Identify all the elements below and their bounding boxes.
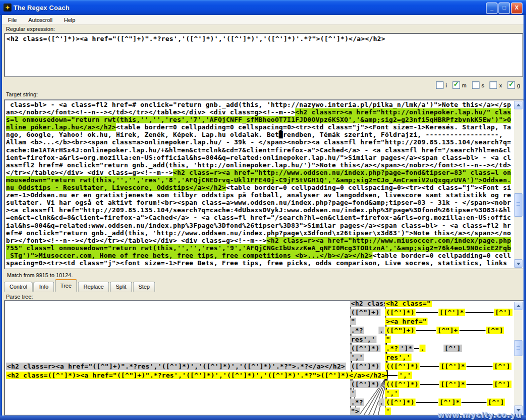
target-segment: =en&ct=clnk&cd=8&client=firefox-a">Cache…: [6, 214, 511, 221]
tree-row: (([^']*)[[^']*[^']: [385, 363, 512, 370]
tree-node-gray: [^']: [444, 345, 462, 352]
flag-label: m: [462, 82, 466, 88]
flag-i[interactable]: i: [436, 81, 446, 89]
checkbox-s[interactable]: [472, 81, 480, 89]
target-line: cache:Be1ATArHSx4J:onlinepoker.lap.hu/+&…: [6, 146, 514, 154]
regex-input[interactable]: <h2 class=([^']*)><a href="([^"]+)".*?re…: [4, 33, 523, 77]
tree-node-gray: .: [378, 327, 384, 334]
tab-replace[interactable]: Replace: [78, 282, 109, 292]
tree-node-match: ([^']*): [385, 399, 416, 406]
parse-tree-canvas: <h2 class=r><a href="([^"]+)".*?res','([…: [4, 301, 524, 415]
tree-node-match: [^']: [494, 309, 512, 316]
target-line: ze=-1>Oddsen.nu er en gratistjeneste som…: [6, 191, 514, 199]
tree-node-match: <h2 class=": [385, 300, 432, 307]
check-icon: ✓: [508, 80, 514, 88]
checkbox-m[interactable]: ✓: [452, 81, 460, 89]
tree-scrollbar[interactable]: [514, 302, 522, 414]
scrollbar-thumb[interactable]: [514, 340, 522, 356]
target-line: ngo, Google, Yahoo! ok.hu, Hírek, Zenék,…: [6, 131, 514, 138]
flag-g[interactable]: ✓g: [508, 81, 520, 89]
menu-autoscroll[interactable]: Autoscroll: [28, 16, 54, 23]
flag-s[interactable]: s: [472, 81, 484, 89]
tree-node-match: [^']: [493, 363, 512, 370]
tree-connector: [416, 312, 438, 313]
regex-label: Regular expression:: [6, 26, 55, 32]
flag-m[interactable]: ✓m: [452, 81, 466, 89]
menu-file[interactable]: File: [7, 16, 18, 23]
tree-node-match: ([^']*): [385, 309, 416, 316]
menu-bar: File Autoscroll Help: [2, 15, 524, 25]
tab-split[interactable]: Split: [110, 282, 132, 292]
regex-coach-window: ✦ The Regex Coach _ □ X File Autoscroll …: [0, 0, 526, 420]
maximize-button[interactable]: □: [498, 2, 510, 14]
tree-node-gray: ([^']*): [350, 363, 380, 370]
tree-root-plain: <h2 class=r><a href="([^"]+)".*?res','([…: [6, 363, 346, 370]
tree-connector: [460, 330, 486, 331]
scroll-up-button[interactable]: [514, 302, 522, 310]
target-input[interactable]: class=bl> - <a class=fl2 href=# onclick=…: [4, 99, 524, 269]
target-line: _STg')">Miusoccer.com, Home of free bets…: [6, 252, 514, 259]
tree-connector: [416, 330, 436, 331]
tab-info[interactable]: Info: [34, 282, 54, 292]
flag-x[interactable]: x: [490, 81, 502, 89]
tree-row: .*?']*.[^']: [385, 345, 462, 352]
tree-node-match: [^']*: [438, 399, 461, 406]
target-label: Target string:: [6, 91, 38, 97]
tab-tree[interactable]: Tree: [55, 279, 77, 292]
tree-node-match: (([^']*): [385, 381, 420, 388]
match-highlight: <h2 class=r><a href="http://www.miusocce…: [266, 237, 511, 244]
target-line: br></font><!--n--></td></tr></table></di…: [6, 237, 514, 244]
tree-row: ',': [385, 372, 412, 379]
scrollbar-thumb[interactable]: [514, 193, 522, 217]
menu-help[interactable]: Help: [63, 16, 76, 23]
checkbox-i[interactable]: [436, 81, 444, 89]
target-line: ial&hs=804&q=related:www.oddsen.nu/index…: [6, 222, 514, 229]
flags-row: i✓msx✓g: [436, 81, 520, 89]
target-segment: cache:Be1ATArHSx4J:onlinepoker.lap.hu/+&…: [6, 146, 511, 154]
tree-root-match: <h2 class=([^']*)><a href="([^"]+)".*?re…: [6, 372, 387, 379]
target-text: class=bl> - <a class=fl2 href=# onclick=…: [6, 101, 514, 267]
target-segment: spacing=0><tr><td class="j"><font size=-…: [6, 259, 511, 267]
minimize-button[interactable]: _: [486, 2, 498, 14]
scroll-down-button[interactable]: [514, 259, 522, 268]
tree-row: ',': [385, 390, 399, 397]
tree-node-match: [[^']*: [440, 381, 466, 388]
match-highlight: ?55" class=l onmousedown="return rwt(thi…: [6, 244, 511, 252]
tree-node-match: .*?: [385, 345, 399, 352]
parse-tree-pane[interactable]: <h2 class=r><a href="([^"]+)".*?res','([…: [4, 300, 524, 416]
tab-step[interactable]: Step: [133, 282, 156, 292]
tab-control[interactable]: Control: [4, 282, 32, 292]
tree-connector: [466, 312, 494, 313]
tab-strip: ControlInfoTreeReplaceSplitStep: [4, 280, 156, 292]
tree-node-match: .: [420, 345, 426, 352]
target-segment: an></nobr></font><!--n--></td></tr></tab…: [6, 108, 295, 116]
scroll-up-button[interactable]: [514, 101, 522, 109]
checkbox-g[interactable]: ✓: [508, 81, 515, 89]
flag-label: i: [446, 82, 446, 88]
arrow-up-icon: [516, 305, 520, 307]
tree-edges: [4, 301, 522, 415]
arrow-up-icon: [516, 104, 520, 106]
tree-node-match: ": [385, 336, 391, 343]
match-highlight: mousedown="return rwt(this,'','','res','…: [6, 176, 511, 184]
tree-row: ": [385, 336, 391, 343]
target-segment: </tr></table></div> <div class=g><!--m--…: [6, 169, 173, 176]
checkbox-x[interactable]: [490, 81, 497, 89]
flag-label: s: [482, 82, 484, 88]
target-scrollbar[interactable]: [514, 101, 522, 268]
tree-node-gray: .*?: [350, 327, 364, 334]
tree-row: ': [385, 408, 391, 415]
tree-row: res',': [385, 354, 412, 361]
tree-node-gray: ([^"]+): [350, 309, 380, 316]
match-highlight: s=l onmousedown="return rwt(this,'','','…: [6, 116, 511, 123]
target-segment: sultater. Vi har også et aktivt forum!<b…: [6, 199, 511, 206]
match-highlight: nline póker.lap.hu</a></h2>: [6, 123, 116, 131]
target-segment: ef=# onclick="return gnb._add(this, 'htt…: [6, 229, 511, 237]
target-line: s=l onmousedown="return rwt(this,'','','…: [6, 116, 514, 123]
tree-node-match: [^']: [487, 399, 506, 406]
close-button[interactable]: X: [511, 2, 522, 14]
regex-pattern-text: <h2 class=([^']*)><a href="([^"]+)".*?re…: [6, 35, 386, 42]
tree-row: ([^"]+)[^"]+[^"]: [385, 327, 504, 334]
target-line: class=bl> - <a class=fl2 href=# onclick=…: [6, 101, 514, 108]
target-line: ?55" class=l onmousedown="return rwt(thi…: [6, 244, 514, 252]
